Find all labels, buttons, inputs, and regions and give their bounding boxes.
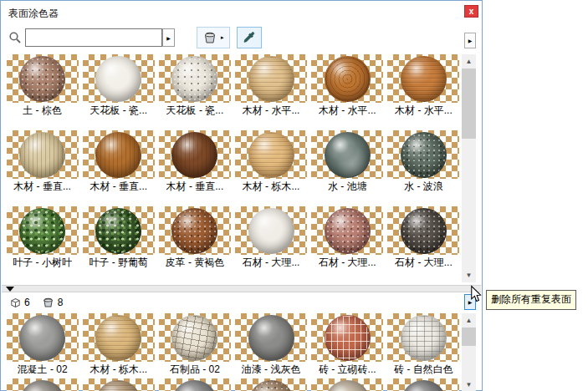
- material-label: 水 - 池塘: [328, 180, 367, 193]
- material-tile[interactable]: 木材 - 垂直...: [4, 130, 80, 206]
- material-sphere: [401, 208, 447, 254]
- material-thumbnail: [235, 54, 307, 103]
- material-label: 石制品 - 02: [170, 363, 220, 376]
- titlebar[interactable]: 表面涂色器 x: [1, 1, 482, 23]
- material-label: 叶子 - 小树叶: [13, 256, 72, 269]
- material-label: 木材 - 水平...: [319, 104, 376, 117]
- material-sphere: [325, 315, 371, 361]
- material-thumbnail: [311, 54, 383, 103]
- down-arrow-icon: ▼: [466, 381, 473, 388]
- close-button[interactable]: x: [464, 5, 478, 18]
- material-tile[interactable]: 水 - 波浪: [386, 130, 462, 206]
- material-thumbnail: [83, 54, 155, 103]
- material-thumbnail: [311, 313, 383, 362]
- material-thumbnail: [159, 378, 231, 391]
- material-thumbnail: [83, 378, 155, 391]
- material-sphere: [325, 208, 371, 254]
- material-tile[interactable]: 石材 - 大理...: [309, 206, 386, 282]
- material-thumbnail: [83, 130, 155, 179]
- bucket-dropdown-icon: ▸: [221, 34, 224, 41]
- search-input[interactable]: [25, 28, 162, 47]
- material-tile[interactable]: [156, 378, 233, 391]
- material-thumbnail: [311, 206, 383, 255]
- material-tile[interactable]: 油漆 - 浅灰色: [233, 313, 309, 378]
- material-tile[interactable]: [386, 378, 462, 391]
- material-sphere: [325, 380, 371, 391]
- material-tile[interactable]: 石材 - 大理...: [386, 206, 462, 282]
- material-label: 木材 - 栎木...: [243, 180, 300, 193]
- scroll-down-button[interactable]: ▼: [462, 268, 476, 282]
- search-dropdown-button[interactable]: ▶: [162, 28, 175, 47]
- mouse-cursor: [470, 285, 482, 303]
- eyedropper-button[interactable]: [237, 27, 262, 48]
- scrollbar-thumb[interactable]: [462, 328, 476, 346]
- collapse-triangle-icon: [6, 287, 14, 292]
- paint-bucket-button[interactable]: ▸: [197, 27, 230, 48]
- material-tile[interactable]: 叶子 - 野葡萄: [80, 206, 156, 282]
- material-sphere: [19, 315, 65, 361]
- material-label: 天花板 - 瓷...: [89, 104, 147, 117]
- material-label: 木材 - 垂直...: [166, 180, 224, 193]
- top-scrollbar[interactable]: ▲ ▼: [462, 54, 476, 282]
- scroll-up-button[interactable]: ▲: [462, 54, 476, 69]
- material-label: 砖 - 立砌砖...: [319, 363, 376, 376]
- material-tile[interactable]: 土 - 棕色: [4, 54, 80, 130]
- material-sphere: [19, 56, 65, 102]
- material-thumbnail: [235, 130, 307, 179]
- material-grid-top: 土 - 棕色天花板 - 瓷...天花板 - 瓷...木材 - 水平...木材 -…: [4, 54, 462, 282]
- bottom-scrollbar[interactable]: ▲ ▼: [462, 313, 476, 391]
- scrollbar-thumb[interactable]: [462, 69, 476, 139]
- scrollbar-track[interactable]: [462, 328, 476, 378]
- material-tile[interactable]: 木材 - 水平...: [309, 54, 386, 130]
- material-sphere: [248, 132, 294, 178]
- material-tile[interactable]: 混凝土 - 02: [4, 313, 80, 378]
- material-sphere: [171, 315, 217, 361]
- material-sphere: [401, 132, 447, 178]
- surface-painter-window: 表面涂色器 x ▶ ▸: [0, 0, 483, 391]
- material-tile[interactable]: [233, 378, 309, 391]
- material-tile[interactable]: [4, 378, 80, 391]
- material-tile[interactable]: 木材 - 栎木...: [80, 313, 156, 378]
- material-tile[interactable]: 石材 - 大理...: [233, 206, 309, 282]
- material-label: 油漆 - 浅灰色: [242, 363, 301, 376]
- material-thumbnail: [7, 378, 79, 391]
- scroll-down-button[interactable]: ▼: [462, 378, 476, 391]
- material-tile[interactable]: 木材 - 水平...: [233, 54, 309, 130]
- scrollbar-track[interactable]: [462, 69, 476, 268]
- component-cube-icon: [9, 297, 22, 309]
- window-title: 表面涂色器: [8, 7, 59, 21]
- up-arrow-icon: ▲: [466, 58, 473, 65]
- material-grid-bottom: 混凝土 - 02木材 - 栎木...石制品 - 02油漆 - 浅灰色砖 - 立砌…: [4, 313, 462, 391]
- material-thumbnail: [387, 54, 459, 103]
- material-tile[interactable]: [80, 378, 156, 391]
- material-label: 混凝土 - 02: [18, 363, 68, 376]
- material-tile[interactable]: [309, 378, 386, 391]
- material-sphere: [248, 315, 294, 361]
- material-tile[interactable]: 天花板 - 瓷...: [80, 54, 156, 130]
- material-tile[interactable]: 砖 - 自然白色: [386, 313, 462, 378]
- material-tile[interactable]: 天花板 - 瓷...: [156, 54, 233, 130]
- material-sphere: [325, 132, 371, 178]
- material-sphere: [171, 380, 217, 391]
- material-sphere: [248, 380, 294, 391]
- scroll-up-button[interactable]: ▲: [462, 313, 476, 328]
- top-expand-button[interactable]: ▶: [464, 33, 476, 48]
- material-tile[interactable]: 木材 - 垂直...: [80, 130, 156, 206]
- material-tile[interactable]: 石制品 - 02: [156, 313, 233, 378]
- material-tile[interactable]: 木材 - 垂直...: [156, 130, 233, 206]
- material-sphere: [171, 208, 217, 254]
- material-tile[interactable]: 砖 - 立砌砖...: [309, 313, 386, 378]
- material-tile[interactable]: 木材 - 栎木...: [233, 130, 309, 206]
- material-tile[interactable]: 叶子 - 小树叶: [4, 206, 80, 282]
- material-label: 石材 - 大理...: [243, 256, 300, 269]
- material-thumbnail: [159, 54, 231, 103]
- material-label: 木材 - 垂直...: [89, 180, 147, 193]
- panel-splitter[interactable]: [2, 285, 481, 292]
- paint-bucket-icon: [202, 31, 218, 44]
- material-tile[interactable]: 皮革 - 黄褐色: [156, 206, 233, 282]
- material-tile[interactable]: 水 - 池塘: [309, 130, 386, 206]
- right-triangle-icon: ▶: [468, 38, 473, 43]
- right-triangle-icon: ▶: [166, 35, 171, 41]
- material-tile[interactable]: 木材 - 水平...: [386, 54, 462, 130]
- material-sphere: [325, 56, 371, 102]
